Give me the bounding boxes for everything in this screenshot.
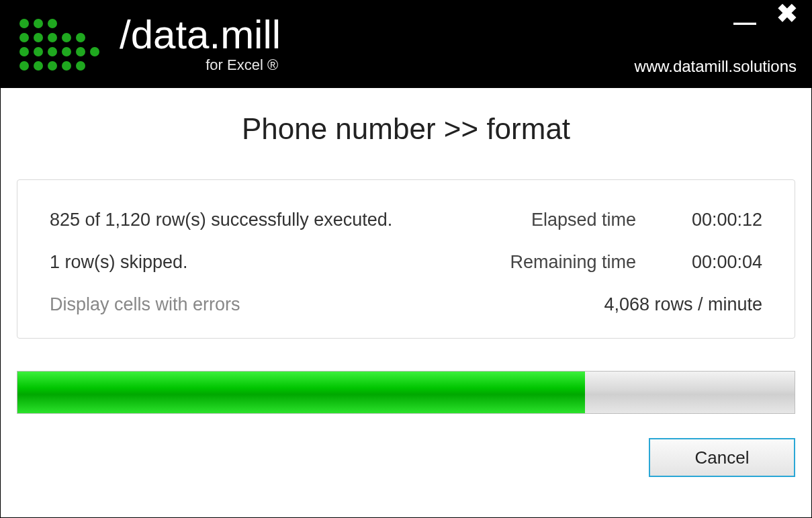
logo-dots — [19, 19, 99, 71]
brand-tagline: for Excel ® — [120, 56, 281, 74]
content: Phone number >> format 825 of 1,120 row(… — [1, 88, 811, 493]
status-box: 825 of 1,120 row(s) successfully execute… — [17, 179, 795, 339]
progress-bar — [17, 371, 795, 414]
remaining-value: 00:00:04 — [668, 252, 762, 273]
elapsed-value: 00:00:12 — [668, 210, 762, 230]
executed-status: 825 of 1,120 row(s) successfully execute… — [50, 210, 478, 230]
button-row: Cancel — [17, 438, 795, 477]
errors-link[interactable]: Display cells with errors — [50, 294, 478, 315]
page-title: Phone number >> format — [17, 112, 795, 146]
brand-suffix: mill — [220, 12, 281, 57]
brand-name: /data.mill — [120, 15, 281, 55]
website-link[interactable]: www.datamill.solutions — [635, 57, 797, 76]
header: /data.mill for Excel ® — ✖ www.datamill.… — [1, 1, 811, 88]
cancel-button[interactable]: Cancel — [649, 438, 795, 477]
brand-prefix: /data. — [120, 12, 220, 57]
close-icon[interactable]: ✖ — [776, 7, 798, 20]
skipped-status: 1 row(s) skipped. — [50, 252, 478, 273]
minimize-icon[interactable]: — — [733, 16, 756, 28]
remaining-label: Remaining time — [510, 252, 636, 273]
elapsed-label: Elapsed time — [510, 210, 636, 230]
window-controls: — ✖ — [733, 9, 798, 21]
progress-fill — [17, 372, 585, 413]
brand: /data.mill for Excel ® — [120, 15, 281, 74]
rate-value: 4,068 rows / minute — [510, 294, 762, 315]
